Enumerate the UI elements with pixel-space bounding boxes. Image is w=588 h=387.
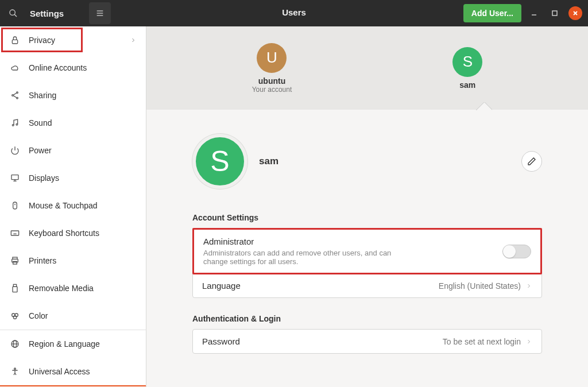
sidebar-item-label: Removable Media bbox=[29, 284, 137, 293]
sidebar-item-label: Online Accounts bbox=[29, 63, 137, 72]
svg-point-11 bbox=[12, 94, 14, 96]
sidebar-item-displays[interactable]: Displays bbox=[0, 164, 146, 192]
svg-point-12 bbox=[17, 97, 18, 99]
page-title: Users bbox=[282, 7, 306, 17]
window-controls bbox=[527, 6, 582, 20]
close-button[interactable] bbox=[568, 6, 582, 20]
sidebar-item-privacy[interactable]: Privacy bbox=[0, 26, 146, 54]
toggle-knob bbox=[503, 245, 516, 258]
maximize-icon bbox=[551, 10, 558, 17]
administrator-row: Administrator Administrators can add and… bbox=[192, 228, 542, 274]
add-user-button[interactable]: Add User... bbox=[463, 4, 521, 22]
auth-settings-group: Password To be set at next login bbox=[192, 329, 542, 354]
svg-point-10 bbox=[17, 92, 18, 94]
lock-icon bbox=[9, 34, 21, 46]
user-tab-sam[interactable]: S sam bbox=[452, 47, 482, 90]
sidebar-item-label: Power bbox=[29, 146, 137, 155]
display-icon bbox=[9, 172, 21, 184]
svg-rect-23 bbox=[11, 231, 18, 235]
sidebar-item-label: Keyboard Shortcuts bbox=[29, 229, 137, 238]
svg-rect-21 bbox=[13, 202, 17, 209]
sidebar-item-label: Printers bbox=[29, 256, 137, 265]
sidebar-item-label: Privacy bbox=[29, 36, 130, 45]
close-icon bbox=[572, 10, 579, 17]
menu-button[interactable] bbox=[89, 2, 111, 24]
password-row[interactable]: Password To be set at next login bbox=[193, 330, 541, 353]
chevron-right-icon bbox=[525, 282, 532, 289]
setting-value: English (United States) bbox=[439, 281, 521, 291]
accessibility-icon bbox=[9, 366, 21, 377]
svg-point-40 bbox=[14, 368, 16, 370]
sidebar-item-universal-access[interactable]: Universal Access bbox=[0, 358, 146, 385]
sidebar-item-label: Sound bbox=[29, 118, 137, 127]
svg-point-36 bbox=[13, 316, 16, 319]
music-icon bbox=[9, 117, 21, 129]
search-button[interactable] bbox=[2, 2, 24, 24]
header-bar: Settings Users Add User... bbox=[0, 0, 588, 26]
minimize-button[interactable] bbox=[527, 6, 541, 20]
user-subtitle: Your account bbox=[252, 86, 292, 94]
user-name: ubuntu bbox=[258, 76, 285, 86]
color-icon bbox=[9, 310, 21, 322]
sidebar-item-power[interactable]: Power bbox=[0, 137, 146, 164]
power-icon bbox=[9, 145, 21, 156]
maximize-button[interactable] bbox=[548, 6, 562, 20]
sidebar-item-region-language[interactable]: Region & Language bbox=[0, 330, 146, 358]
app-title: Settings bbox=[30, 9, 64, 18]
sidebar-item-label: Sharing bbox=[29, 91, 137, 100]
sidebar-item-removable-media[interactable]: Removable Media bbox=[0, 274, 146, 302]
svg-line-13 bbox=[13, 93, 16, 95]
selected-user-notch bbox=[476, 102, 492, 110]
sidebar-item-printers[interactable]: Printers bbox=[0, 247, 146, 274]
user-display-name: sam bbox=[259, 156, 510, 167]
language-row[interactable]: Language English (United States) bbox=[193, 274, 541, 297]
avatar: S bbox=[452, 47, 482, 77]
svg-point-15 bbox=[12, 124, 14, 126]
pencil-icon bbox=[527, 157, 536, 166]
sidebar-item-online-accounts[interactable]: Online Accounts bbox=[0, 54, 146, 82]
users-strip: U ubuntu Your account S sam bbox=[146, 26, 588, 110]
main-panel: U ubuntu Your account S sam S sam bbox=[146, 26, 588, 387]
avatar-large[interactable]: S bbox=[192, 134, 247, 189]
search-icon bbox=[9, 9, 18, 18]
cloud-icon bbox=[9, 62, 21, 73]
setting-label: Language bbox=[202, 281, 439, 291]
account-settings-group: Administrator Administrators can add and… bbox=[192, 228, 542, 298]
sidebar-item-mouse-touchpad[interactable]: Mouse & Touchpad bbox=[0, 192, 146, 219]
sidebar-accent-line bbox=[0, 385, 146, 386]
chevron-right-icon bbox=[130, 37, 137, 44]
account-settings-title: Account Settings bbox=[192, 213, 542, 222]
administrator-toggle[interactable] bbox=[502, 245, 531, 258]
share-icon bbox=[9, 90, 21, 101]
svg-rect-6 bbox=[552, 11, 557, 16]
chevron-right-icon bbox=[525, 338, 532, 345]
setting-label: Password bbox=[202, 336, 443, 346]
auth-section-title: Authentication & Login bbox=[192, 314, 542, 323]
usb-icon bbox=[9, 282, 21, 294]
user-detail: S sam Account Settings Administrator Adm… bbox=[146, 110, 588, 387]
globe-icon bbox=[9, 338, 21, 350]
setting-description: Administrators can add and remove other … bbox=[203, 249, 404, 266]
sidebar-item-color[interactable]: Color bbox=[0, 302, 146, 330]
svg-rect-9 bbox=[12, 40, 17, 44]
printer-icon bbox=[9, 255, 21, 266]
svg-point-16 bbox=[16, 123, 18, 125]
sidebar-item-keyboard-shortcuts[interactable]: Keyboard Shortcuts bbox=[0, 219, 146, 247]
avatar: U bbox=[257, 43, 287, 73]
hamburger-icon bbox=[95, 9, 105, 18]
svg-rect-33 bbox=[13, 287, 17, 292]
minimize-icon bbox=[531, 10, 537, 17]
sidebar-item-label: Color bbox=[29, 311, 137, 320]
sidebar-item-sharing[interactable]: Sharing bbox=[0, 82, 146, 109]
setting-value: To be set at next login bbox=[443, 337, 521, 346]
sidebar-item-sound[interactable]: Sound bbox=[0, 109, 146, 137]
sidebar-item-label: Mouse & Touchpad bbox=[29, 201, 137, 210]
edit-name-button[interactable] bbox=[521, 151, 542, 172]
user-header: S sam bbox=[192, 134, 542, 189]
svg-rect-18 bbox=[11, 175, 18, 179]
sidebar-item-label: Universal Access bbox=[29, 367, 137, 376]
user-name: sam bbox=[459, 80, 475, 90]
keyboard-icon bbox=[9, 227, 21, 239]
user-tab-ubuntu[interactable]: U ubuntu Your account bbox=[252, 43, 292, 94]
svg-point-0 bbox=[10, 10, 15, 15]
